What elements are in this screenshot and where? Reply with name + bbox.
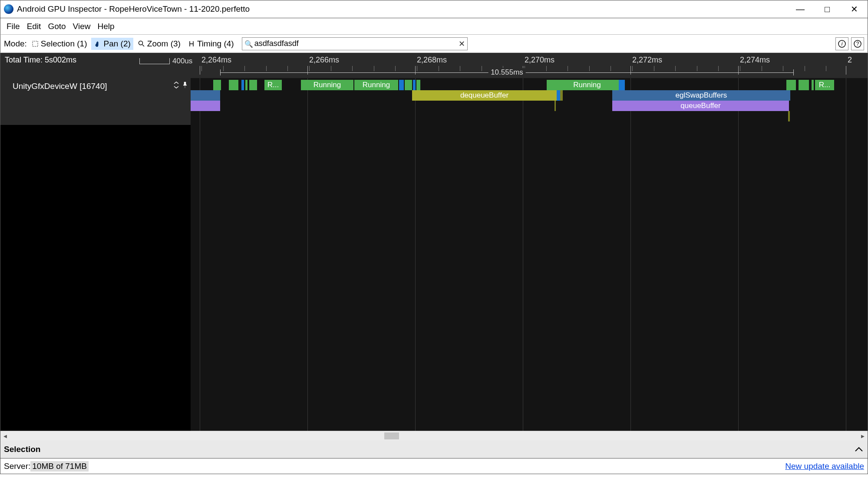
- trace-slice[interactable]: [399, 80, 404, 90]
- mode-selection-button[interactable]: Selection (1): [29, 38, 90, 50]
- trace-slice[interactable]: Running: [301, 80, 353, 90]
- trace-slice[interactable]: [799, 80, 809, 90]
- trace-slice[interactable]: [416, 80, 420, 90]
- search-input[interactable]: [242, 37, 468, 50]
- trace-slice[interactable]: [229, 80, 238, 90]
- selection-icon: [31, 40, 39, 48]
- trace-area[interactable]: Total Time: 5s002ms 400us 2,264ms2,266ms…: [0, 53, 868, 440]
- close-button[interactable]: ✕: [841, 0, 868, 18]
- time-tick-label: 2,268ms: [417, 56, 447, 65]
- track-header[interactable]: UnityGfxDeviceW [16740]: [0, 78, 191, 125]
- menu-help[interactable]: Help: [94, 20, 118, 33]
- selection-panel[interactable]: Selection: [0, 440, 868, 459]
- status-bar: Server: 10MB of 71MB New update availabl…: [0, 459, 868, 474]
- trace-slice[interactable]: [241, 80, 244, 90]
- window-controls: — □ ✕: [787, 0, 868, 18]
- time-ruler[interactable]: Total Time: 5s002ms 400us 2,264ms2,266ms…: [0, 53, 868, 78]
- help-button[interactable]: ?: [851, 37, 864, 50]
- info-button[interactable]: i: [835, 37, 848, 50]
- pin-icon[interactable]: [182, 82, 188, 88]
- trace-slice[interactable]: [413, 80, 416, 90]
- trace-slice[interactable]: [560, 90, 563, 101]
- update-link[interactable]: New update available: [785, 462, 864, 471]
- trace-slice[interactable]: eglSwapBuffers: [612, 90, 790, 101]
- svg-point-1: [139, 41, 142, 45]
- mode-label: Mode:: [4, 39, 27, 49]
- trace-slice[interactable]: Running: [354, 80, 398, 90]
- mode-timing-label: Timing (4): [197, 39, 234, 49]
- trace-slice[interactable]: queueBuffer: [612, 101, 789, 111]
- horizontal-scrollbar[interactable]: ◄ ►: [0, 431, 868, 440]
- collapse-icon[interactable]: [173, 82, 179, 88]
- svg-text:?: ?: [856, 41, 859, 47]
- track-name-label: UnityGfxDeviceW [16740]: [13, 82, 107, 91]
- trace-slice[interactable]: [554, 101, 556, 111]
- chevron-up-icon[interactable]: [855, 446, 863, 452]
- trace-slice[interactable]: dequeueBuffer: [412, 90, 557, 101]
- menu-view[interactable]: View: [69, 20, 94, 33]
- scale-bracket: [139, 58, 170, 64]
- mode-pan-label: Pan (2): [103, 39, 130, 49]
- time-tick-label: 2,266ms: [309, 56, 339, 65]
- trace-slice[interactable]: [191, 90, 220, 101]
- scroll-right-icon[interactable]: ►: [858, 431, 868, 441]
- menu-file[interactable]: File: [3, 20, 23, 33]
- trace-slice[interactable]: [405, 80, 412, 90]
- total-time-label: Total Time: 5s002ms: [5, 56, 76, 65]
- search-wrap: 🔍 ✕: [242, 37, 468, 50]
- zoom-icon: [138, 40, 145, 48]
- range-indicator: 10.555ms: [220, 69, 794, 76]
- range-label: 10.555ms: [488, 68, 526, 77]
- menu-edit[interactable]: Edit: [23, 20, 45, 33]
- mode-toolbar: Mode: Selection (1) Pan (2) Zoom (3) Tim…: [0, 35, 868, 53]
- trace-slice[interactable]: R...: [264, 80, 282, 90]
- maximize-button[interactable]: □: [814, 0, 841, 18]
- scale-unit-label: 400us: [172, 57, 192, 66]
- mode-pan-button[interactable]: Pan (2): [91, 38, 133, 50]
- window-title: Android GPU Inspector - RopeHeroViceTown…: [17, 4, 250, 14]
- trace-slice[interactable]: [249, 80, 257, 90]
- help-icons: i ?: [835, 37, 864, 50]
- track-controls: [173, 82, 188, 88]
- menu-bar: File Edit Goto View Help: [0, 18, 868, 35]
- trace-slice[interactable]: [191, 101, 220, 111]
- svg-rect-0: [33, 41, 38, 46]
- trace-slice[interactable]: [245, 80, 248, 90]
- time-tick-label: 2,264ms: [201, 56, 231, 65]
- hand-icon: [94, 40, 102, 48]
- svg-text:i: i: [842, 41, 843, 47]
- menu-goto[interactable]: Goto: [44, 20, 69, 33]
- time-tick-label: 2,270ms: [525, 56, 554, 65]
- time-tick-label: 2,272ms: [632, 56, 662, 65]
- scroll-left-icon[interactable]: ◄: [0, 431, 10, 441]
- server-memory-value: 10MB of 71MB: [30, 461, 89, 472]
- trace-slice[interactable]: [619, 80, 625, 90]
- trace-slice[interactable]: [557, 90, 560, 101]
- mode-zoom-label: Zoom (3): [147, 39, 181, 49]
- app-icon: [4, 4, 13, 14]
- time-tick-label: 2: [848, 56, 852, 65]
- trace-slice[interactable]: [812, 80, 814, 90]
- scale-indicator: 400us: [139, 57, 192, 65]
- trace-slice[interactable]: [788, 111, 790, 121]
- scrollbar-thumb[interactable]: [384, 432, 399, 439]
- timing-icon: [188, 40, 195, 48]
- server-label: Server:: [4, 462, 30, 471]
- tracks-canvas[interactable]: R...RunningRunningRunningR...dequeueBuff…: [191, 78, 868, 440]
- mode-timing-button[interactable]: Timing (4): [185, 38, 237, 50]
- mode-selection-label: Selection (1): [41, 39, 87, 49]
- selection-title: Selection: [4, 445, 40, 454]
- clear-search-icon[interactable]: ✕: [459, 39, 465, 49]
- trace-slice[interactable]: R...: [815, 80, 834, 90]
- svg-line-2: [142, 45, 144, 46]
- minimize-button[interactable]: —: [787, 0, 814, 18]
- trace-slice[interactable]: [786, 80, 796, 90]
- title-bar: Android GPU Inspector - RopeHeroViceTown…: [0, 0, 868, 18]
- trace-slice[interactable]: [547, 80, 555, 90]
- trace-slice[interactable]: [213, 80, 221, 90]
- trace-slice[interactable]: Running: [555, 80, 619, 90]
- time-tick-label: 2,274ms: [740, 56, 770, 65]
- mode-zoom-button[interactable]: Zoom (3): [135, 38, 183, 50]
